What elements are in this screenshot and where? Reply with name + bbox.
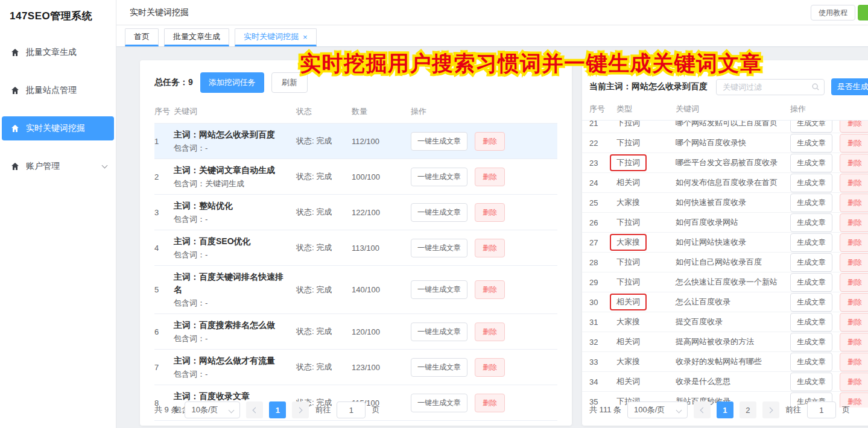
generate-all-button[interactable]: 是否生成 bbox=[831, 78, 868, 95]
goto-page-input[interactable] bbox=[337, 401, 366, 418]
tab-keyword-mining[interactable]: 实时关键词挖掘 bbox=[235, 28, 317, 46]
generate-article-button[interactable]: 生成文章 bbox=[790, 293, 832, 312]
sidebar-item-site-management[interactable]: 批量站点管理 bbox=[2, 78, 114, 102]
keyword-no: 22 bbox=[589, 139, 616, 148]
generate-article-button[interactable]: 一键生成文章 bbox=[411, 168, 467, 186]
delete-button[interactable]: 删除 bbox=[840, 134, 868, 153]
task-main-keyword: 主词：网站怎么做才有流量 bbox=[174, 354, 296, 367]
keyword-text: 提高网站被收录的方法 bbox=[676, 336, 790, 347]
column-keyword: 关键词 bbox=[676, 104, 790, 115]
generate-article-button[interactable]: 生成文章 bbox=[790, 333, 832, 351]
delete-button[interactable]: 删除 bbox=[840, 233, 868, 252]
add-task-button[interactable]: 添加挖词任务 bbox=[200, 72, 264, 93]
task-no: 5 bbox=[154, 285, 174, 294]
keyword-type-cell: 相关词 bbox=[616, 177, 676, 188]
delete-button[interactable]: 删除 bbox=[840, 194, 868, 212]
tab-article-generation[interactable]: 批量文章生成 bbox=[164, 28, 229, 46]
prev-page-button[interactable] bbox=[246, 401, 263, 418]
generate-article-button[interactable]: 一键生成文章 bbox=[411, 323, 467, 341]
generate-article-button[interactable]: 生成文章 bbox=[790, 174, 832, 192]
delete-button[interactable]: 删除 bbox=[475, 358, 505, 377]
delete-button[interactable]: 删除 bbox=[475, 239, 505, 257]
goto-page-input[interactable] bbox=[807, 401, 836, 418]
keyword-type: 大家搜 bbox=[616, 197, 640, 208]
delete-button[interactable]: 删除 bbox=[475, 280, 505, 299]
generate-article-button[interactable]: 生成文章 bbox=[790, 134, 832, 153]
refresh-button[interactable]: 刷新 bbox=[271, 72, 308, 93]
sidebar-item-keyword-mining[interactable]: 实时关键词挖掘 bbox=[2, 116, 114, 140]
keyword-type-cell: 相关词 bbox=[616, 336, 676, 347]
tab-label: 实时关键词挖掘 bbox=[244, 31, 299, 42]
tasks-total-count: 9 bbox=[188, 77, 193, 87]
task-row[interactable]: 7 主词：网站怎么做才有流量 包含词：- 状态: 完成 123/100 一键生成… bbox=[154, 350, 557, 385]
keyword-type-cell: 大家搜 bbox=[616, 234, 676, 251]
delete-button[interactable]: 删除 bbox=[840, 373, 868, 391]
prev-page-button[interactable] bbox=[694, 401, 711, 418]
next-page-button[interactable] bbox=[762, 401, 779, 418]
keyword-type: 大家搜 bbox=[616, 356, 640, 367]
delete-button[interactable]: 删除 bbox=[475, 168, 505, 186]
delete-button[interactable]: 删除 bbox=[840, 273, 868, 292]
generate-article-button[interactable]: 生成文章 bbox=[790, 194, 832, 212]
page-button-1[interactable]: 1 bbox=[717, 401, 733, 418]
page-size-select[interactable]: 10条/页 bbox=[185, 401, 240, 418]
generate-article-button[interactable]: 生成文章 bbox=[790, 313, 832, 332]
generate-article-button[interactable]: 生成文章 bbox=[790, 121, 832, 133]
tasks-table-body: 1 主词：网站怎么收录到百度 包含词：- 状态: 完成 112/100 一键生成… bbox=[154, 124, 557, 421]
keyword-row: 33 大家搜 收录好的发帖网站有哪些 生成文章 删除 bbox=[582, 352, 868, 372]
delete-button[interactable]: 删除 bbox=[475, 132, 505, 151]
generate-article-button[interactable]: 生成文章 bbox=[790, 273, 832, 292]
keyword-no: 26 bbox=[589, 218, 616, 227]
generate-article-button[interactable]: 生成文章 bbox=[790, 373, 832, 391]
tutorial-button[interactable]: 使用教程 bbox=[811, 5, 855, 20]
delete-button[interactable]: 删除 bbox=[840, 174, 868, 192]
delete-button[interactable]: 删除 bbox=[475, 203, 505, 222]
generate-article-button[interactable]: 生成文章 bbox=[790, 213, 832, 232]
delete-button[interactable]: 删除 bbox=[840, 253, 868, 272]
task-row[interactable]: 6 主词：百度搜索排名怎么做 包含词：- 状态: 完成 120/100 一键生成… bbox=[154, 314, 557, 350]
keyword-type-cell: 相关词 bbox=[616, 294, 676, 310]
generate-article-button[interactable]: 生成文章 bbox=[790, 233, 832, 252]
generate-article-button[interactable]: 一键生成文章 bbox=[411, 239, 467, 257]
delete-button[interactable]: 删除 bbox=[840, 333, 868, 351]
task-row[interactable]: 1 主词：网站怎么收录到百度 包含词：- 状态: 完成 112/100 一键生成… bbox=[154, 124, 557, 159]
task-row[interactable]: 3 主词：整站优化 包含词：- 状态: 完成 122/100 一键生成文章 删除 bbox=[154, 195, 557, 230]
task-keyword-cell: 主词：网站怎么做才有流量 包含词：- bbox=[174, 354, 296, 380]
keyword-text: 哪个网站百度收录快 bbox=[676, 137, 790, 148]
tasks-total-label: 总任务： bbox=[154, 77, 188, 87]
generate-article-button[interactable]: 生成文章 bbox=[790, 154, 832, 172]
next-page-button[interactable] bbox=[292, 401, 309, 418]
delete-button[interactable]: 删除 bbox=[840, 313, 868, 332]
delete-button[interactable]: 删除 bbox=[840, 213, 868, 232]
sidebar-item-account-management[interactable]: 账户管理 bbox=[2, 154, 114, 178]
tab-home[interactable]: 首页 bbox=[125, 28, 159, 46]
task-row[interactable]: 2 主词：关键词文章自动生成 包含词：关键词生成 状态: 完成 100/100 … bbox=[154, 159, 557, 195]
keyword-row: 25 大家搜 如何快速被百度收录 生成文章 删除 bbox=[582, 193, 868, 213]
delete-button[interactable]: 删除 bbox=[475, 323, 505, 341]
generate-article-button[interactable]: 一键生成文章 bbox=[411, 203, 467, 222]
page-button-1[interactable]: 1 bbox=[269, 401, 286, 418]
delete-button[interactable]: 删除 bbox=[840, 293, 868, 312]
generate-article-button[interactable]: 生成文章 bbox=[790, 253, 832, 272]
task-no: 1 bbox=[154, 137, 174, 146]
task-row[interactable]: 4 主词：百度SEO优化 包含词：- 状态: 完成 113/100 一键生成文章… bbox=[154, 230, 557, 266]
generate-article-button[interactable]: 一键生成文章 bbox=[411, 394, 467, 412]
task-no: 7 bbox=[154, 363, 174, 372]
generate-article-button[interactable]: 生成文章 bbox=[790, 353, 832, 371]
generate-article-button[interactable]: 一键生成文章 bbox=[411, 280, 467, 299]
tab-close-icon[interactable] bbox=[303, 33, 308, 41]
generate-article-button[interactable]: 一键生成文章 bbox=[411, 132, 467, 151]
delete-button[interactable]: 删除 bbox=[840, 121, 868, 133]
delete-button[interactable]: 删除 bbox=[475, 394, 505, 412]
task-row[interactable]: 5 主词：百度关键词排名快速排名 包含词：- 状态: 完成 140/100 一键… bbox=[154, 266, 557, 314]
delete-button[interactable]: 删除 bbox=[840, 154, 868, 172]
green-action-button-clipped[interactable] bbox=[858, 5, 868, 20]
page-size-select[interactable]: 100条/页 bbox=[627, 401, 688, 418]
keyword-type: 相关词 bbox=[616, 336, 640, 347]
delete-button[interactable]: 删除 bbox=[840, 353, 868, 371]
current-keyword: 当前主词：网站怎么收录到百度 bbox=[589, 81, 708, 92]
page-button-2[interactable]: 2 bbox=[740, 401, 756, 418]
sidebar-item-article-generation[interactable]: 批量文章生成 bbox=[2, 40, 114, 65]
generate-article-button[interactable]: 一键生成文章 bbox=[411, 358, 467, 377]
keyword-filter-input[interactable] bbox=[716, 79, 825, 95]
